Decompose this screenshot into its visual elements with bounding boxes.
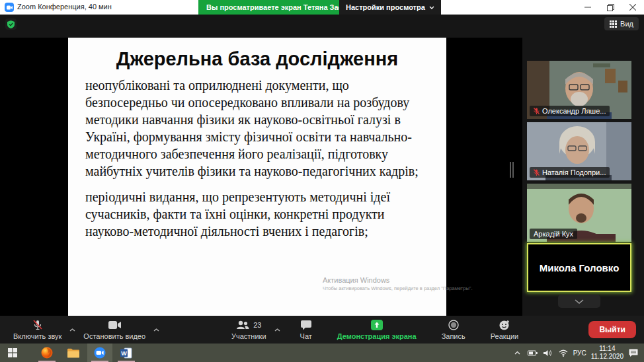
- watermark-title: Активация Windows: [323, 276, 473, 284]
- mic-muted-icon: [534, 108, 540, 115]
- participants-label: Участники: [231, 332, 266, 340]
- close-icon: [629, 4, 636, 11]
- speaker-icon[interactable]: [543, 347, 553, 358]
- participant-video-tile-active-speaker[interactable]: Микола Головко: [527, 243, 631, 292]
- participant-video-tile[interactable]: Наталія Подопри...: [527, 122, 631, 180]
- panel-resize-handle[interactable]: [510, 162, 515, 178]
- mic-muted-icon: [32, 320, 43, 331]
- chevron-up-icon: [153, 328, 159, 332]
- svg-text:W: W: [121, 349, 127, 356]
- slide-paragraph: періодичні видання, що репрезентують мет…: [85, 188, 429, 240]
- chevron-down-icon: [429, 6, 434, 9]
- system-tray: РУС 11:14 11.12.2020: [512, 344, 644, 362]
- reactions-button[interactable]: Реакции: [484, 316, 526, 344]
- minimize-button[interactable]: [577, 0, 599, 15]
- security-shield-icon[interactable]: [5, 18, 17, 30]
- leave-meeting-button[interactable]: Выйти: [588, 321, 636, 338]
- windows-activation-watermark: Активация Windows Чтобы активировать Win…: [323, 276, 473, 291]
- reactions-label: Реакции: [491, 332, 519, 340]
- minimize-icon: [584, 4, 591, 11]
- clock[interactable]: 11:14 11.12.2020: [591, 345, 624, 361]
- unmute-button[interactable]: Включить звук: [7, 316, 68, 344]
- audio-options-caret[interactable]: [68, 316, 77, 344]
- windows-logo-icon: [8, 348, 17, 357]
- stop-video-button[interactable]: Остановить видео: [77, 316, 152, 344]
- record-icon: [448, 320, 459, 330]
- battery-icon[interactable]: [528, 347, 538, 358]
- chat-button[interactable]: Чат: [294, 316, 319, 344]
- participants-button[interactable]: 23 Участники: [225, 316, 273, 344]
- participants-count: 23: [253, 321, 261, 329]
- video-options-caret[interactable]: [152, 316, 161, 344]
- participant-name-tag: Аркадій Кух: [530, 229, 577, 239]
- participant-name: Аркадій Кух: [534, 230, 573, 238]
- action-center-icon[interactable]: [628, 347, 639, 358]
- windows-taskbar: W РУС 11:14 11.12.2020: [0, 344, 644, 362]
- restore-icon: [607, 4, 614, 11]
- taskbar-file-explorer-icon[interactable]: [61, 344, 86, 362]
- participant-name-tag: Олександр Ляше...: [530, 106, 610, 116]
- mic-muted-icon: [534, 169, 540, 176]
- window-controls: [577, 0, 644, 15]
- collapse-sidebar-button[interactable]: [558, 295, 600, 308]
- participant-video-tile[interactable]: Олександр Ляше...: [527, 61, 631, 119]
- close-button[interactable]: [622, 0, 644, 15]
- participants-sidebar: Олександр Ляше... Наталія Под: [527, 15, 631, 316]
- stop-video-label: Остановить видео: [83, 332, 145, 340]
- participant-name-tag: Наталія Подопри...: [530, 167, 610, 178]
- watermark-subtitle: Чтобы активировать Windows, перейдите в …: [323, 285, 473, 291]
- share-screen-icon: [371, 320, 383, 330]
- view-settings-button[interactable]: Настройки просмотра: [339, 0, 441, 15]
- chevron-up-icon: [514, 351, 520, 355]
- taskbar-firefox-icon[interactable]: [34, 344, 60, 362]
- chat-icon: [301, 320, 311, 330]
- taskbar-word-icon[interactable]: W: [114, 344, 139, 362]
- slide-paragraph: неопубліковані та оприлюднені документи,…: [85, 77, 429, 180]
- participant-video-tile[interactable]: Аркадій Кух: [527, 184, 631, 242]
- share-screen-label: Демонстрация экрана: [337, 332, 417, 340]
- share-banner-text: Вы просматриваете экран Тетяна Засєкіна: [206, 3, 360, 11]
- unmute-label: Включить звук: [13, 332, 61, 340]
- zoom-app-icon: [5, 3, 14, 12]
- chevron-up-icon: [274, 328, 280, 332]
- meeting-toolbar: Включить звук Остановить видео 23: [0, 316, 644, 344]
- titlebar: Zoom Конференция, 40 мин Вы просматривае…: [0, 0, 644, 15]
- taskbar-zoom-icon[interactable]: [87, 344, 112, 362]
- meeting-area: Вид Джерельна база дослідження неопублік…: [0, 15, 644, 316]
- language-indicator[interactable]: РУС: [573, 349, 586, 357]
- participant-name: Микола Головко: [540, 262, 620, 273]
- participant-name: Наталія Подопри...: [542, 168, 606, 176]
- reactions-smiley-icon: [499, 320, 510, 330]
- restore-button[interactable]: [599, 0, 622, 15]
- chevron-up-icon: [69, 328, 75, 332]
- participants-options-caret[interactable]: [273, 316, 282, 344]
- clock-date: 11.12.2020: [591, 353, 624, 361]
- camera-icon: [108, 321, 121, 329]
- zoom-window: Zoom Конференция, 40 мин Вы просматривае…: [0, 0, 644, 362]
- slide-title: Джерельна база дослідження: [85, 48, 429, 70]
- clock-time: 11:14: [591, 345, 624, 353]
- start-button[interactable]: [0, 344, 25, 362]
- participant-name: Олександр Ляше...: [542, 107, 606, 115]
- app-title: Zoom Конференция, 40 мин: [17, 3, 112, 11]
- tray-show-hidden-icon[interactable]: [512, 347, 523, 358]
- record-button[interactable]: Запись: [435, 316, 472, 344]
- wifi-icon[interactable]: [558, 347, 569, 358]
- chat-label: Чат: [300, 332, 312, 340]
- shared-slide: Джерельна база дослідження неопублікован…: [68, 38, 446, 316]
- record-label: Запись: [442, 332, 465, 340]
- chevron-down-icon: [575, 299, 584, 304]
- view-settings-label: Настройки просмотра: [346, 3, 425, 11]
- participants-icon: [236, 320, 249, 330]
- share-screen-button[interactable]: Демонстрация экрана: [331, 316, 423, 344]
